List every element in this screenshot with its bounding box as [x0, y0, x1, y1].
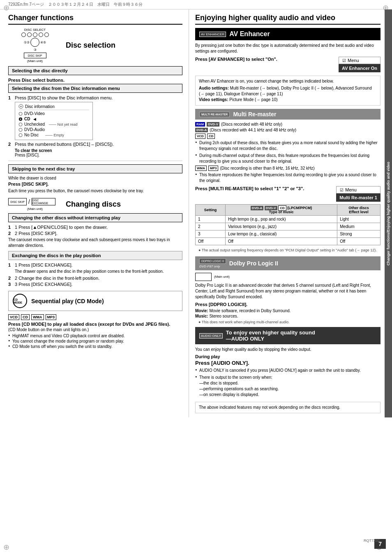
dolby-label-box: DDPRO LOGIC II [199, 258, 226, 264]
av-enhancer-header: AV ENHANCER AV Enhancer [195, 28, 380, 40]
step-num-1: 1 [8, 95, 12, 100]
disc-skip-bar: DISC SKIP [24, 53, 46, 58]
disc-item-no-disc: No Disc —— Empty [18, 133, 89, 137]
disc-select-label: DISC SELECT [8, 28, 62, 32]
remaster-menu-label: Menu [345, 187, 357, 192]
header-strip: 7292En.fm 7ページ ２００３年１２月２４日 水曜日 午前９時３６分 [0, 0, 392, 9]
badge-wma: WMA [31, 314, 44, 320]
av-menu-header: ☑ Menu [339, 57, 380, 64]
side-label-bar: Changer functions/Enjoying higher qualit… [385, 9, 392, 417]
sequential-play-container: CD MODE Sequential play (CD Mode) [8, 291, 182, 311]
changing-discs-title: Changing discs [66, 200, 121, 209]
audio-only-bullet1: AUDIO ONLY is canceled if you press [AUD… [195, 368, 380, 373]
bullet-cannot-change: You cannot change the mode during progra… [8, 339, 182, 343]
format-row-2: DVD-A (Discs recorded with 44.1 kHz and … [195, 128, 380, 132]
press-remaster: Press [MULTI RE-MASTER] to select "1" "2… [195, 186, 332, 191]
audio-only-title1: To enjoy even higher quality sound [226, 329, 315, 336]
svg-point-2 [19, 112, 22, 115]
sequential-play-title: Sequential play (CD Mode) [31, 298, 104, 304]
table-row-off: Off Off Off [196, 238, 380, 245]
disc-info-label: Disc information [25, 104, 55, 109]
change-step-num-2: 2 [8, 231, 12, 236]
doc-number: RQT7292 [364, 539, 380, 543]
change-step1-text: 1 Press [▲OPEN/CLOSE] to open the drawer… [15, 225, 108, 230]
table-cell-music-1: High tempo (e.g., pop and rock) [225, 216, 337, 223]
clear-screen-label: To clear the screen [15, 148, 182, 153]
step1-disc-info: 1 Press [DISC] to show the Disc informat… [8, 95, 182, 100]
slash: / [28, 198, 30, 205]
dolby-movie: Movie: Movie software, recorded in Dolby… [195, 309, 380, 313]
disc-unit-diagram: DISC SELECT ①② ④⑤ [8, 28, 62, 63]
disc-num-45: ④⑤ [40, 41, 46, 44]
bullet-cd-mode-off: CD Mode turns off when you switch the un… [8, 344, 182, 349]
exchange-step1: 1 1 Press [DISC EXCHANGE]. [8, 263, 182, 267]
exchange-step-num-3: 3 [8, 282, 12, 287]
disc-num-12: ①② [24, 41, 30, 44]
press-cd-mode: Press [CD MODE] to play all loaded discs… [8, 322, 182, 327]
audio-only-header: AUDIO ONLY To enjoy even higher quality … [195, 327, 380, 344]
badge-mp3-2: MP3 [208, 166, 218, 171]
disc-circle-5 [44, 32, 49, 37]
table-header-dvd: DVD-A DVD-V CD (LPCM/PPCM)Type of music [225, 205, 337, 216]
badge-dvda: DVD-A [195, 128, 208, 132]
disc-info-diagram: Disc information DVD-Video CD ◀ [15, 102, 182, 140]
disc-num-3: ③ [34, 48, 37, 52]
exchange-step3: 3 3 Press [DISC EXCHANGE]. [8, 282, 182, 287]
dolby-subtitle: DVD-F87 only [199, 265, 226, 268]
disc-exchange-btn: DISC EXCHANGE [32, 198, 55, 205]
dolby-music: Music: Stereo sources. [195, 314, 380, 318]
dolby-button-diagram [195, 273, 212, 281]
menu-check-icon: ☑ [342, 58, 346, 63]
audio-only-bullet2: There is output to the screen only when:… [195, 375, 380, 398]
av-warning-box: When AV Enhancer is on, you cannot chang… [195, 76, 380, 106]
badge-cd: CD [21, 314, 30, 320]
svg-point-4 [20, 118, 21, 120]
table-row-1: 1 High tempo (e.g., pop and rock) Light [196, 216, 380, 223]
format-row-1: RAM DVD-V (Discs recorded with 48 kHz on… [195, 122, 380, 127]
format-row1-note: (Discs recorded with 48 kHz only) [221, 122, 282, 127]
disc-info-menu-box: Selecting the disc from the Disc informa… [8, 84, 182, 93]
cd-mode-note: (CD Mode button on the main unit lights … [8, 327, 182, 332]
dolby-music-label: Music: [195, 314, 208, 318]
remaster-table: Setting DVD-A DVD-V CD (LPCM/PPCM)Type o… [195, 204, 380, 245]
audio-settings-label: Audio settings: [199, 86, 229, 90]
disc-selection-area: DISC SELECT ①② ④⑤ [8, 28, 182, 63]
disc-item-unchecked: Unchecked —— Not yet read [18, 122, 89, 127]
dolby-note: ● This does not work when playing multi-… [195, 320, 380, 325]
av-menu-box: ☑ Menu AV Enhancer On [339, 57, 380, 72]
svg-point-6 [19, 128, 22, 131]
main-unit-caption: (Main unit) [8, 59, 62, 63]
disc-skip-btn: DISC SKIP [8, 198, 27, 205]
dolby-title: Dolby Pro Logic II [229, 260, 278, 267]
remaster-note: ● The actual output sampling frequency d… [195, 248, 380, 253]
table-cell-setting-2: 2 [196, 223, 226, 230]
disc-circle-2 [27, 32, 32, 37]
svg-point-7 [19, 134, 22, 137]
format-row4-note: (Disc recording is other than 8 kHz, 16 … [220, 166, 314, 170]
dolby-movie-label: Movie: [195, 309, 208, 313]
change-step1: 1 1 Press [▲OPEN/CLOSE] to open the draw… [8, 225, 182, 230]
av-menu-on: AV Enhancer On [339, 64, 380, 72]
exchanging-discs-box: Exchanging the discs in the play positio… [8, 251, 182, 260]
changing-discs-area: DISC SKIP / DISC EXCHANGE (Main unit) Ch… [8, 198, 182, 211]
badge-vcd: VCD [8, 314, 19, 320]
format-row2-note: (Discs recorded with 44.1 kHz and 48 kHz… [210, 128, 296, 132]
corner-bottom-left: ⊕ [3, 543, 9, 552]
disc-info-diagram-title: Disc information [18, 104, 89, 110]
press-dolby: Press [DDPRO LOGICII]. [195, 302, 380, 307]
table-cell-effect-off: Off [337, 238, 380, 245]
disc-selection-title: Disc selection [66, 41, 115, 50]
table-cell-music-off: Off [225, 238, 337, 245]
table-row-2: 2 Various tempos (e.g., jazz) Medium [196, 223, 380, 230]
change-other-discs-box: Changing the other discs without interru… [8, 213, 182, 222]
exchange-step2: 2 2 Change the disc in the front-left po… [8, 276, 182, 281]
exchange-step-num-1: 1 [8, 263, 12, 267]
exchange-step1-detail: The drawer opens and the disc in the pla… [15, 269, 182, 274]
re-master-header: MULTI RE-MASTER Multi Re-master [195, 109, 380, 120]
video-settings-text: Picture Mode (→ page 10) [229, 97, 277, 102]
cd-mode-circle: CD MODE [13, 294, 27, 308]
dolby-header: DDPRO LOGIC II DVD-F87 only Dolby Pro Lo… [195, 256, 380, 270]
video-settings-label: Video settings: [199, 97, 228, 102]
disc-circle-4 [39, 32, 43, 37]
av-warning-text: When AV Enhancer is on, you cannot chang… [199, 78, 377, 84]
